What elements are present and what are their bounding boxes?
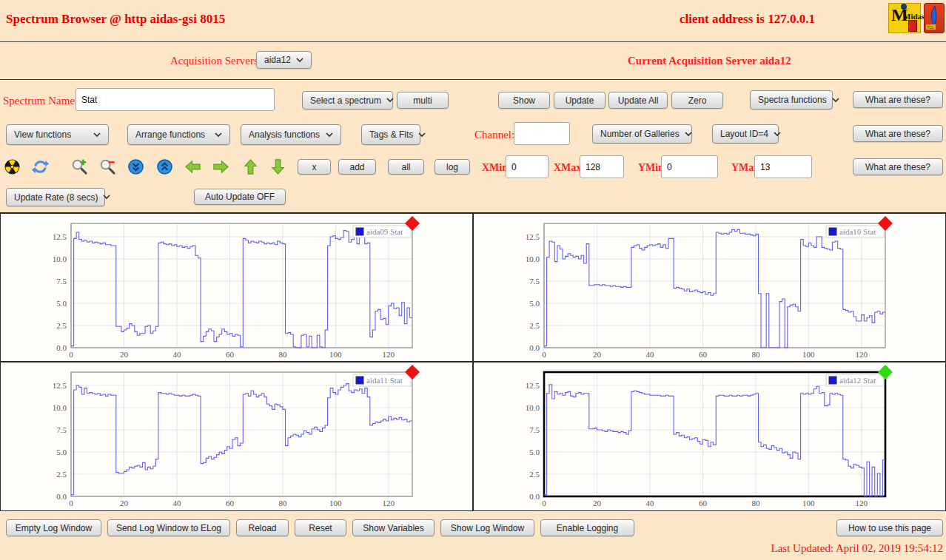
gallery-panel-aida11[interactable]: 0204060801001200.02.55.07.510.012.5aida1… bbox=[0, 362, 473, 511]
svg-text:2.5: 2.5 bbox=[56, 470, 67, 479]
svg-text:TCL: TCL bbox=[927, 25, 934, 30]
update-rate-dropdown[interactable]: Update Rate (8 secs) bbox=[6, 188, 105, 206]
update-all-button[interactable]: Update All bbox=[608, 92, 668, 109]
select-spectrum-dropdown[interactable]: Select a spectrum bbox=[302, 91, 393, 109]
spectra-functions-dropdown[interactable]: Spectra functions bbox=[750, 90, 833, 109]
svg-text:0: 0 bbox=[69, 350, 73, 359]
client-address: client address is 127.0.0.1 bbox=[680, 12, 815, 27]
update-button[interactable]: Update bbox=[554, 92, 605, 109]
view-functions-dropdown[interactable]: View functions bbox=[6, 124, 109, 145]
empty-log-window-button[interactable]: Empty Log Window bbox=[6, 519, 101, 536]
auto-update-button[interactable]: Auto Update OFF bbox=[194, 189, 286, 205]
svg-text:7.5: 7.5 bbox=[529, 425, 540, 434]
svg-text:60: 60 bbox=[226, 499, 235, 507]
radiation-icon[interactable] bbox=[4, 158, 21, 175]
svg-text:aida11 Stat: aida11 Stat bbox=[366, 376, 403, 385]
chevron-down-icon bbox=[103, 195, 110, 200]
svg-text:0.0: 0.0 bbox=[56, 343, 67, 352]
tags-fits-dropdown[interactable]: Tags & Fits bbox=[361, 124, 420, 145]
svg-text:10.0: 10.0 bbox=[526, 254, 540, 263]
reload-button[interactable]: Reload bbox=[236, 519, 289, 536]
arrow-left-icon[interactable] bbox=[184, 158, 201, 175]
svg-text:20: 20 bbox=[593, 499, 602, 507]
svg-text:5.0: 5.0 bbox=[56, 448, 67, 456]
x-button[interactable]: x bbox=[298, 159, 331, 175]
what-are-these-button-3[interactable]: What are these? bbox=[853, 158, 943, 175]
svg-text:12.5: 12.5 bbox=[526, 232, 540, 241]
show-variables-button[interactable]: Show Variables bbox=[352, 519, 435, 536]
svg-text:0.0: 0.0 bbox=[529, 343, 540, 352]
arrow-up-icon[interactable] bbox=[242, 158, 259, 175]
svg-text:2.5: 2.5 bbox=[529, 470, 540, 479]
reset-button[interactable]: Reset bbox=[295, 519, 346, 536]
current-server-label: Current Acquisition Server aida12 bbox=[628, 55, 791, 67]
svg-text:0.0: 0.0 bbox=[56, 492, 67, 501]
log-button[interactable]: log bbox=[435, 159, 470, 175]
add-button[interactable]: add bbox=[338, 159, 376, 175]
svg-text:120: 120 bbox=[856, 499, 868, 507]
number-of-galleries-dropdown[interactable]: Number of Galleries bbox=[592, 124, 692, 144]
enable-logging-button[interactable]: Enable Logging bbox=[540, 519, 634, 536]
what-are-these-button-2[interactable]: What are these? bbox=[853, 125, 943, 142]
refresh-icon[interactable] bbox=[32, 158, 49, 175]
gallery-panel-aida09[interactable]: 0204060801001200.02.55.07.510.012.5aida0… bbox=[0, 213, 473, 362]
tcl-logo-icon: TCL bbox=[924, 3, 945, 33]
server-row: Acquisition Servers aida12 Current Acqui… bbox=[0, 42, 946, 80]
chevron-down-icon bbox=[774, 132, 781, 137]
ymax-input[interactable] bbox=[754, 155, 812, 178]
page-title: Spectrum Browser @ http aidas-gsi 8015 bbox=[6, 12, 225, 27]
update-row: Update Rate (8 secs) Auto Update OFF bbox=[0, 188, 946, 212]
svg-text:100: 100 bbox=[329, 499, 342, 507]
all-button[interactable]: all bbox=[388, 159, 424, 175]
gallery-panel-aida12[interactable]: 0204060801001200.02.55.07.510.012.5aida1… bbox=[473, 362, 946, 511]
functions-row: View functions Arrange functions Analysi… bbox=[0, 121, 946, 155]
svg-text:2.5: 2.5 bbox=[529, 321, 540, 330]
svg-text:aida12 Stat: aida12 Stat bbox=[839, 376, 876, 385]
midas-logo-icon: M Midas bbox=[888, 3, 921, 33]
svg-text:40: 40 bbox=[172, 350, 181, 359]
how-to-use-button[interactable]: How to use this page bbox=[836, 519, 943, 536]
arrow-right-icon[interactable] bbox=[212, 158, 229, 175]
ymin-label: YMin bbox=[638, 162, 664, 174]
svg-text:40: 40 bbox=[172, 499, 181, 507]
scroll-down-icon[interactable] bbox=[127, 158, 144, 175]
chevron-down-icon bbox=[418, 132, 426, 138]
svg-text:100: 100 bbox=[802, 499, 815, 507]
zoom-out-icon[interactable] bbox=[99, 158, 116, 175]
arrow-down-icon[interactable] bbox=[269, 158, 286, 175]
analysis-functions-dropdown[interactable]: Analysis functions bbox=[241, 124, 341, 145]
svg-text:120: 120 bbox=[383, 499, 395, 507]
xmin-input[interactable] bbox=[506, 155, 549, 178]
channel-label: Channel: bbox=[474, 129, 514, 141]
channel-input[interactable] bbox=[514, 122, 570, 145]
svg-text:aida09 Stat: aida09 Stat bbox=[366, 227, 403, 236]
send-log-to-elog-button[interactable]: Send Log Window to ELog bbox=[107, 519, 230, 536]
spectrum-name-input[interactable] bbox=[76, 88, 275, 111]
zoom-in-icon[interactable] bbox=[71, 158, 88, 175]
chevron-down-icon bbox=[832, 98, 839, 103]
chevron-down-icon bbox=[296, 58, 303, 63]
svg-text:60: 60 bbox=[699, 350, 708, 359]
spectrum-gallery: 0204060801001200.02.55.07.510.012.5aida0… bbox=[0, 212, 946, 510]
layout-id-dropdown[interactable]: Layout ID=4 bbox=[712, 124, 779, 144]
multi-button[interactable]: multi bbox=[397, 92, 449, 109]
svg-text:7.5: 7.5 bbox=[529, 277, 540, 286]
svg-text:80: 80 bbox=[278, 350, 287, 359]
show-log-window-button[interactable]: Show Log Window bbox=[440, 519, 534, 536]
ymin-input[interactable] bbox=[661, 155, 718, 178]
acquisition-server-select[interactable]: aida12 bbox=[256, 51, 312, 69]
what-are-these-button-1[interactable]: What are these? bbox=[853, 91, 943, 108]
arrange-functions-dropdown[interactable]: Arrange functions bbox=[127, 124, 230, 145]
xmin-label: XMin bbox=[482, 162, 508, 174]
svg-text:12.5: 12.5 bbox=[53, 381, 67, 390]
svg-text:20: 20 bbox=[120, 350, 129, 359]
show-button[interactable]: Show bbox=[498, 92, 550, 109]
svg-text:20: 20 bbox=[120, 499, 129, 507]
svg-text:100: 100 bbox=[329, 350, 342, 359]
chevron-down-icon bbox=[685, 132, 692, 137]
xmax-input[interactable] bbox=[580, 155, 624, 178]
gallery-panel-aida10[interactable]: 0204060801001200.02.55.07.510.012.5aida1… bbox=[473, 213, 946, 362]
zero-button[interactable]: Zero bbox=[671, 92, 723, 109]
scroll-up-icon[interactable] bbox=[156, 158, 173, 175]
svg-text:10.0: 10.0 bbox=[53, 403, 67, 412]
